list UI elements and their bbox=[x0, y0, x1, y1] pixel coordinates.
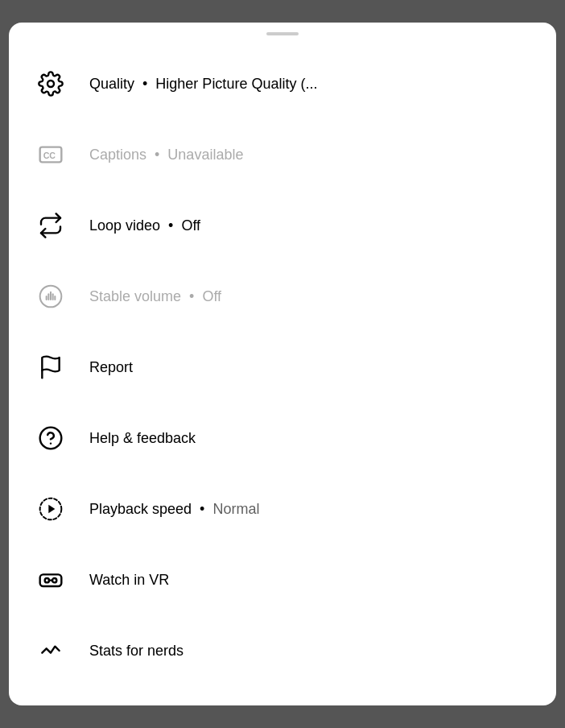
report-label: Report bbox=[89, 359, 133, 376]
help-feedback-label: Help & feedback bbox=[89, 430, 196, 447]
help-icon bbox=[31, 419, 70, 457]
menu-item-quality[interactable]: Quality • Higher Picture Quality (... bbox=[9, 48, 556, 119]
playback-speed-dot: • bbox=[200, 501, 204, 518]
stable-volume-text: Stable volume • Off bbox=[89, 288, 221, 305]
stable-volume-icon bbox=[31, 277, 70, 316]
menu-item-stats-nerds[interactable]: Stats for nerds bbox=[9, 615, 556, 686]
stable-volume-dot: • bbox=[189, 288, 194, 305]
menu-item-help-feedback[interactable]: Help & feedback bbox=[9, 403, 556, 474]
quality-dot: • bbox=[142, 76, 147, 93]
gear-icon bbox=[31, 64, 70, 103]
captions-value: Unavailable bbox=[167, 147, 243, 163]
playback-speed-text: Playback speed • Normal bbox=[89, 501, 259, 518]
bottom-sheet: Quality • Higher Picture Quality (... CC… bbox=[9, 23, 556, 705]
playback-speed-label: Playback speed bbox=[89, 501, 192, 518]
vr-icon bbox=[31, 560, 70, 599]
drag-handle bbox=[266, 32, 299, 35]
loop-video-label: Loop video bbox=[89, 217, 160, 234]
playback-speed-value: Normal bbox=[212, 501, 259, 518]
watch-vr-text: Watch in VR bbox=[89, 572, 169, 589]
menu-item-stable-volume[interactable]: Stable volume • Off bbox=[9, 261, 556, 332]
svg-text:CC: CC bbox=[43, 151, 56, 160]
svg-point-10 bbox=[40, 428, 62, 449]
stats-nerds-text: Stats for nerds bbox=[89, 643, 184, 660]
captions-text: Captions • Unavailable bbox=[89, 147, 243, 163]
menu-item-loop-video[interactable]: Loop video • Off bbox=[9, 190, 556, 261]
report-text: Report bbox=[89, 359, 133, 376]
loop-video-dot: • bbox=[168, 217, 173, 234]
stats-icon bbox=[31, 631, 70, 670]
flag-icon bbox=[31, 348, 70, 387]
loop-video-text: Loop video • Off bbox=[89, 217, 200, 234]
menu-item-captions[interactable]: CC Captions • Unavailable bbox=[9, 119, 556, 190]
svg-marker-13 bbox=[48, 505, 55, 514]
menu-item-watch-vr[interactable]: Watch in VR bbox=[9, 544, 556, 615]
quality-label: Quality bbox=[89, 76, 134, 93]
playback-speed-icon bbox=[31, 490, 70, 528]
stable-volume-value: Off bbox=[202, 288, 221, 305]
captions-label: Captions bbox=[89, 147, 146, 163]
stable-volume-label: Stable volume bbox=[89, 288, 181, 305]
help-feedback-text: Help & feedback bbox=[89, 430, 196, 447]
svg-point-0 bbox=[47, 81, 54, 87]
stats-nerds-label: Stats for nerds bbox=[89, 643, 184, 660]
menu-item-playback-speed[interactable]: Playback speed • Normal bbox=[9, 474, 556, 544]
cc-icon: CC bbox=[31, 135, 70, 174]
quality-text: Quality • Higher Picture Quality (... bbox=[89, 76, 317, 93]
quality-value: Higher Picture Quality (... bbox=[155, 76, 317, 93]
menu-item-report[interactable]: Report bbox=[9, 332, 556, 403]
captions-dot: • bbox=[155, 147, 159, 163]
watch-vr-label: Watch in VR bbox=[89, 572, 169, 589]
loop-video-value: Off bbox=[181, 217, 200, 234]
loop-icon bbox=[31, 206, 70, 245]
